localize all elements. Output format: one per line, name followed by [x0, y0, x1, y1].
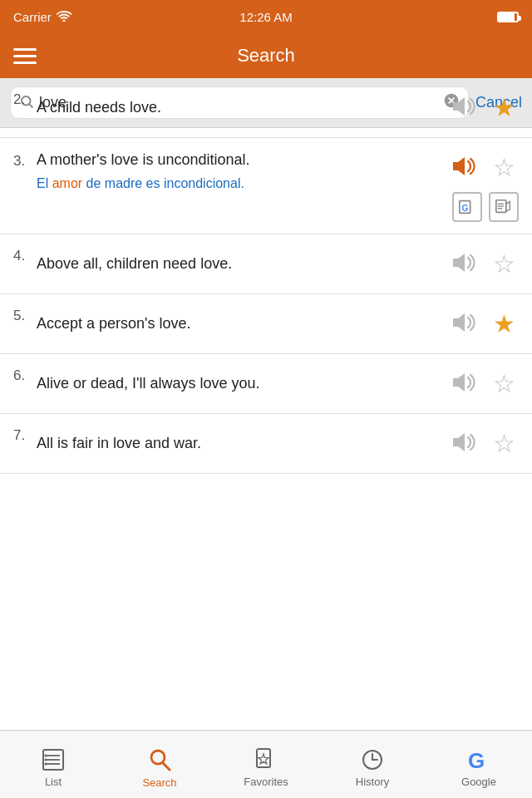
result-number: 3.: [13, 150, 37, 170]
result-content: A mother's love is unconditional. El amo…: [37, 150, 446, 194]
svg-marker-16: [453, 433, 465, 451]
tab-bar: List Search Favorites History G Google: [0, 730, 532, 798]
speaker-button[interactable]: [446, 151, 480, 184]
tab-google[interactable]: G Google: [426, 741, 532, 788]
time-label: 12:26 AM: [239, 10, 292, 24]
result-number: 7.: [13, 426, 37, 444]
tab-list-label: List: [45, 776, 62, 788]
svg-marker-14: [453, 313, 465, 332]
favorite-button[interactable]: ☆: [490, 150, 519, 185]
search-tab-icon: [146, 746, 173, 773]
google-translate-button[interactable]: G: [452, 192, 482, 222]
speaker-button[interactable]: [446, 91, 480, 124]
results-list: 2. A child needs love. ★ 3. A mother's l…: [0, 78, 532, 730]
result-actions-expanded: ☆ G: [446, 150, 519, 222]
svg-marker-27: [259, 754, 268, 764]
speaker-button[interactable]: [446, 427, 480, 460]
header: Search: [0, 33, 532, 78]
speaker-button[interactable]: [446, 248, 480, 280]
result-actions: ☆: [446, 366, 519, 401]
result-item: 7. All is fair in love and war. ☆: [0, 414, 532, 474]
result-actions: ☆: [446, 426, 519, 461]
result-number: 2.: [13, 90, 37, 108]
result-english: A child needs love.: [37, 99, 161, 116]
favorite-button[interactable]: ☆: [490, 246, 519, 282]
speaker-button[interactable]: [446, 367, 480, 400]
result-number: 6.: [13, 366, 37, 384]
tab-search[interactable]: Search: [106, 740, 213, 789]
tab-google-label: Google: [461, 776, 496, 788]
result-item: 6. Alive or dead, I'll always love you. …: [0, 354, 532, 414]
history-icon: [360, 747, 385, 772]
svg-text:G: G: [468, 748, 485, 772]
result-item: 4. Above all, children need love. ☆: [0, 234, 532, 294]
result-content: A child needs love.: [37, 97, 446, 118]
result-item-expanded: 3. A mother's love is unconditional. El …: [0, 138, 532, 234]
result-number: 5.: [13, 306, 37, 324]
svg-line-25: [163, 763, 170, 770]
tab-history-label: History: [356, 776, 389, 788]
result-english: Above all, children need love.: [37, 255, 232, 272]
star-icon: ★: [493, 310, 515, 337]
result-content: Alive or dead, I'll always love you.: [37, 373, 446, 394]
result-english: Alive or dead, I'll always love you.: [37, 375, 260, 392]
result-item: 5. Accept a person's love. ★: [0, 294, 532, 354]
svg-point-21: [45, 755, 47, 757]
star-icon: ☆: [493, 250, 515, 278]
list-icon: [41, 747, 66, 772]
header-title: Search: [237, 45, 295, 66]
highlight-word: amor: [52, 176, 82, 190]
star-icon: ☆: [493, 154, 515, 181]
tab-list[interactable]: List: [0, 741, 106, 788]
carrier-label: Carrier: [13, 10, 52, 24]
favorite-button[interactable]: ★: [490, 90, 519, 126]
result-content: Accept a person's love.: [37, 313, 446, 334]
result-content: Above all, children need love.: [37, 254, 446, 274]
svg-point-23: [45, 763, 47, 766]
speaker-button[interactable]: [446, 308, 480, 340]
svg-point-22: [45, 759, 47, 761]
favorites-icon: [254, 747, 278, 772]
tab-search-label: Search: [142, 776, 176, 789]
star-icon: ☆: [493, 370, 515, 397]
star-icon: ☆: [493, 430, 515, 457]
result-actions: ★: [446, 90, 519, 126]
favorite-button[interactable]: ★: [490, 306, 519, 342]
edit-button[interactable]: [489, 192, 519, 222]
wifi-icon: [57, 10, 71, 24]
svg-text:G: G: [462, 204, 469, 213]
result-number: 4.: [13, 246, 37, 264]
favorite-button[interactable]: ☆: [490, 366, 519, 401]
result-english: All is fair in love and war.: [37, 435, 201, 451]
tab-favorites[interactable]: Favorites: [213, 741, 319, 788]
result-actions: ★: [446, 306, 519, 342]
svg-marker-5: [453, 97, 465, 116]
status-bar: Carrier 12:26 AM: [0, 0, 532, 33]
result-item: 2. A child needs love. ★: [0, 78, 532, 138]
svg-marker-13: [453, 254, 465, 272]
google-icon: G: [466, 747, 491, 772]
battery-icon: [497, 12, 519, 22]
favorite-button[interactable]: ☆: [490, 426, 519, 461]
result-actions: ☆: [446, 246, 519, 282]
svg-marker-15: [453, 373, 465, 392]
tab-favorites-label: Favorites: [244, 776, 288, 788]
menu-button[interactable]: [13, 48, 37, 64]
result-english: A mother's love is unconditional.: [37, 151, 250, 168]
result-spanish: El amor de madre es incondicional.: [37, 174, 446, 194]
result-english: Accept a person's love.: [37, 315, 191, 332]
svg-marker-6: [453, 157, 465, 175]
result-content: All is fair in love and war.: [37, 433, 446, 454]
star-icon: ★: [493, 94, 515, 121]
tab-history[interactable]: History: [319, 741, 426, 788]
